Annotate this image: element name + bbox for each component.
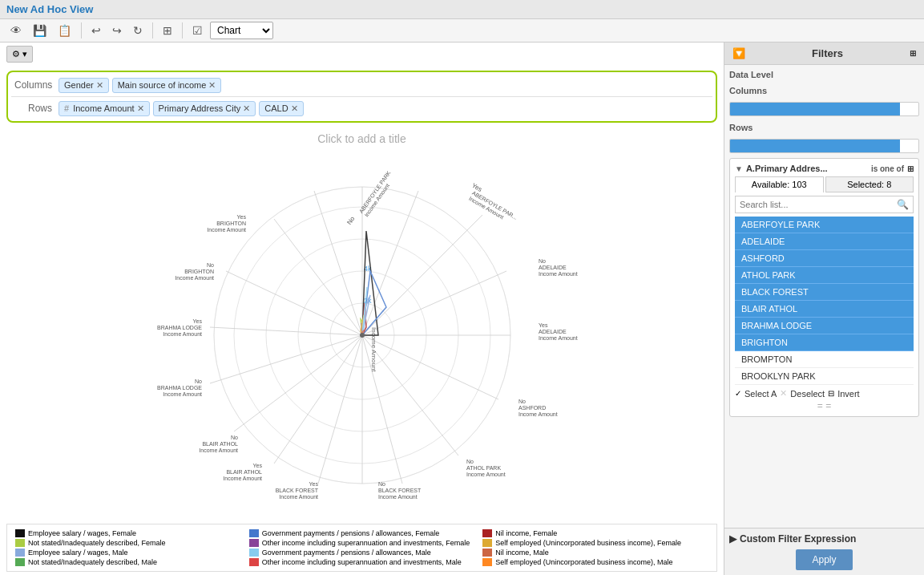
svg-text:Income Amount: Income Amount (279, 494, 318, 500)
filter-item-3[interactable]: ATHOL PARK (735, 267, 914, 284)
search-icon[interactable]: 🔍 (893, 196, 913, 213)
svg-text:BLAIR ATHOL: BLAIR ATHOL (226, 469, 262, 475)
filter-item-0[interactable]: ABERFOYLE PARK (735, 217, 914, 233)
svg-text:ATHOL PARK: ATHOL PARK (466, 465, 501, 471)
column-tag-main-source-remove[interactable]: ✕ (208, 80, 216, 91)
column-tag-main-source-label: Main source of income (118, 80, 207, 90)
apply-button[interactable]: Apply (796, 549, 852, 570)
invert-btn[interactable]: Invert (837, 389, 860, 399)
rows-filter-bar (729, 139, 919, 153)
filter-item-4[interactable]: BLACK FOREST (735, 284, 914, 301)
row-tag-income-remove[interactable]: ✕ (137, 103, 144, 114)
svg-text:Income Amount: Income Amount (175, 275, 214, 281)
deselect-btn[interactable]: Deselect (790, 389, 825, 399)
column-tag-gender-remove[interactable]: ✕ (96, 80, 103, 91)
svg-text:Income Amount: Income Amount (466, 472, 506, 477)
legend-color-7 (249, 549, 259, 557)
svg-text:Income Amount: Income Amount (370, 327, 377, 372)
sep3 (182, 22, 183, 38)
legend-color-3 (15, 539, 25, 547)
radar-center (360, 333, 365, 338)
svg-text:Income Amount: Income Amount (223, 476, 262, 481)
layout-btn[interactable]: ⊞ (159, 22, 176, 39)
column-tag-main-source[interactable]: Main source of income ✕ (112, 78, 222, 93)
legend-label-0: Employee salary / wages, Female (28, 529, 136, 537)
filter-item-8[interactable]: BROMPTON (735, 351, 914, 368)
svg-text:BLAIR ATHOL: BLAIR ATHOL (202, 441, 238, 447)
gear-dropdown-icon: ▾ (22, 49, 27, 59)
fields-area: Columns Gender ✕ Main source of income ✕… (6, 71, 717, 123)
right-panel: 🔽 Filters ⊞ Data Level Columns Rows ▼ A.… (724, 43, 924, 575)
filter-item-6[interactable]: BRAHMA LODGE (735, 318, 914, 334)
chart-container: Click to add a title (0, 128, 724, 575)
svg-text:No: No (231, 435, 238, 440)
filter-item-7[interactable]: BRIGHTON (735, 334, 914, 351)
legend-color-5 (482, 539, 492, 547)
save-btn[interactable]: 💾 (29, 22, 50, 39)
svg-text:Income Amount: Income Amount (199, 447, 238, 453)
refresh-btn[interactable]: ↻ (129, 22, 147, 39)
view-icon-btn[interactable]: 👁 (6, 22, 26, 39)
filter-item-1[interactable]: ADELAIDE (735, 233, 914, 250)
filter-menu-icon[interactable]: ⊞ (907, 164, 914, 173)
undo-btn[interactable]: ↩ (87, 22, 105, 39)
select-all-btn[interactable]: Select A (744, 389, 777, 399)
cfe-header[interactable]: ▶ Custom Filter Expression (729, 533, 919, 545)
custom-filter-section: ▶ Custom Filter Expression Apply (724, 528, 924, 575)
row-tag-city-remove[interactable]: ✕ (243, 103, 250, 114)
svg-text:Income Amount: Income Amount (539, 335, 578, 341)
filter-bottom-actions: ✓ Select A ✕ Deselect ⊟ Invert (735, 385, 914, 400)
available-selected-tabs: Available: 103 Selected: 8 (735, 176, 914, 192)
svg-text:ADELAIDE: ADELAIDE (539, 329, 567, 334)
cfe-expand-icon: ▶ (729, 533, 736, 545)
svg-text:Income Amount: Income Amount (163, 331, 202, 337)
legend-label-1: Government payments / pensions / allowan… (262, 529, 440, 537)
filter-item-5[interactable]: BLAIR ATHOL (735, 301, 914, 318)
legend-item-3: Not stated/Inadequately described, Femal… (15, 539, 241, 547)
svg-text:Yes: Yes (192, 318, 202, 324)
legend-color-8 (482, 549, 492, 557)
options-btn[interactable]: ☑ (188, 22, 207, 39)
income-hash: # (64, 103, 69, 113)
sep1 (81, 22, 82, 38)
chart-svg-area: No ABERFOYLE PARK Income Amount Yes ABER… (0, 150, 724, 520)
chart-type-select[interactable]: Chart Table Crosstab (210, 22, 273, 39)
row-tag-cald[interactable]: CALD ✕ (259, 101, 303, 116)
column-tag-gender[interactable]: Gender ✕ (59, 78, 109, 93)
svg-text:Income Amount: Income Amount (378, 494, 418, 500)
filter-item-2[interactable]: ASHFORD (735, 250, 914, 267)
svg-text:BLACK FOREST: BLACK FOREST (275, 488, 318, 493)
data-level-label: Data Level (729, 70, 919, 79)
legend-label-3: Not stated/Inadequately described, Femal… (28, 539, 166, 547)
rows-tags: # Income Amount ✕ Primary Address City ✕… (59, 101, 709, 116)
columns-bar-fill (730, 103, 900, 115)
redo-btn[interactable]: ↪ (108, 22, 126, 39)
filters-header: 🔽 Filters ⊞ (724, 43, 924, 65)
svg-text:BRIGHTON: BRIGHTON (216, 221, 246, 226)
row-tag-income[interactable]: # Income Amount ✕ (59, 101, 150, 116)
gear-button[interactable]: ⚙ ▾ (6, 46, 33, 63)
selected-tab[interactable]: Selected: 8 (825, 176, 914, 192)
filter-condition: is one of (871, 164, 904, 173)
svg-text:No: No (378, 481, 385, 487)
legend-label-4: Other income including superannuation an… (262, 539, 470, 547)
svg-text:No: No (195, 379, 202, 384)
left-panel: ⚙ ▾ Columns Gender ✕ Main source of inco… (0, 43, 724, 575)
svg-text:BRAHMA LODGE: BRAHMA LODGE (156, 385, 201, 391)
svg-text:BLACK FOREST: BLACK FOREST (378, 488, 422, 493)
svg-text:Yes: Yes (539, 322, 548, 328)
svg-text:Income Amount: Income Amount (207, 227, 246, 233)
legend-label-8: Nil income, Male (495, 549, 549, 557)
available-tab[interactable]: Available: 103 (735, 176, 824, 192)
save-as-btn[interactable]: 📋 (54, 22, 75, 39)
filter-search-input[interactable] (736, 197, 893, 212)
legend-label-5: Self employed (Unincorporated business i… (495, 539, 681, 547)
row-tag-cald-remove[interactable]: ✕ (291, 103, 298, 114)
row-tag-city[interactable]: Primary Address City ✕ (153, 101, 256, 116)
filter-expand-icon[interactable]: ▼ (735, 164, 743, 173)
chart-title[interactable]: Click to add a title (0, 128, 724, 150)
legend-color-1 (249, 529, 259, 537)
svg-text:Income Amount: Income Amount (539, 271, 578, 277)
filter-section-header: ▼ A.Primary Addres... is one of ⊞ (735, 164, 914, 173)
filter-item-9[interactable]: BROOKLYN PARK (735, 368, 914, 385)
